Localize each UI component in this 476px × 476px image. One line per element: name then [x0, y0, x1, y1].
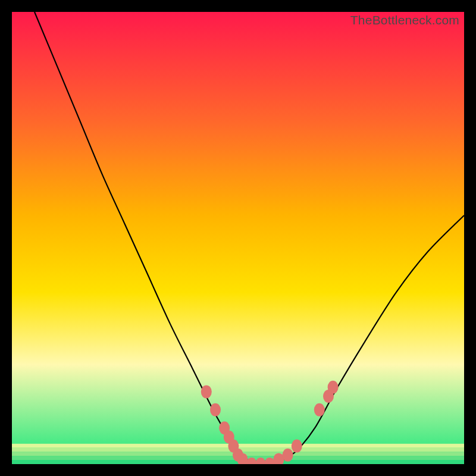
watermark-label: TheBottleneck.com [350, 13, 459, 27]
data-marker [292, 440, 302, 453]
data-marker [283, 449, 293, 462]
data-marker [314, 403, 325, 416]
plot-background [12, 12, 464, 464]
data-marker [210, 403, 221, 416]
bottleneck-plot [12, 12, 464, 464]
chart-frame: TheBottleneck.com [12, 12, 464, 464]
data-marker [328, 381, 339, 394]
data-marker [201, 385, 212, 398]
